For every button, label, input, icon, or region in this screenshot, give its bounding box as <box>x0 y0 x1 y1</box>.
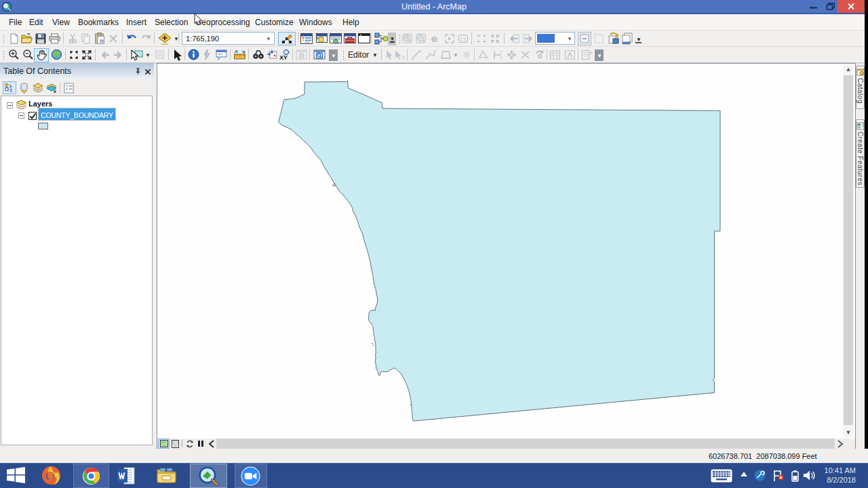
svg-text:XY: XY <box>279 54 288 61</box>
svg-text:1:1: 1:1 <box>460 37 467 41</box>
svg-text:A: A <box>401 54 406 60</box>
